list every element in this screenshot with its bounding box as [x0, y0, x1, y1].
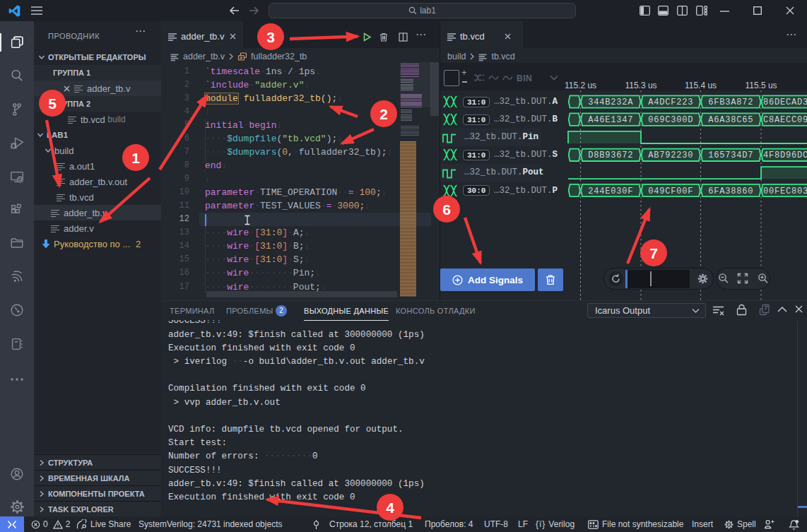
- svg-text:A46E1347: A46E1347: [588, 115, 633, 125]
- svg-text:069C300D: 069C300D: [648, 115, 693, 125]
- svg-text:244E030F: 244E030F: [588, 187, 633, 196]
- svg-text:6FA38860: 6FA38860: [708, 187, 753, 196]
- svg-text:A4DCF223: A4DCF223: [648, 97, 693, 107]
- svg-text:C8AECC09: C8AECC09: [763, 115, 807, 125]
- svg-text:A6A38C65: A6A38C65: [708, 115, 753, 125]
- svg-text:6FB3A872: 6FB3A872: [708, 97, 753, 107]
- svg-text:344B232A: 344B232A: [588, 97, 633, 107]
- svg-text:4F8D96DC: 4F8D96DC: [763, 150, 807, 160]
- svg-text:165734D7: 165734D7: [708, 150, 753, 160]
- svg-text:049CF00F: 049CF00F: [648, 187, 693, 196]
- svg-text:AB792230: AB792230: [648, 150, 693, 160]
- svg-text:D8B93672: D8B93672: [588, 150, 633, 160]
- svg-text:86DECAD3: 86DECAD3: [763, 97, 807, 107]
- svg-text:00FEC803: 00FEC803: [763, 187, 807, 196]
